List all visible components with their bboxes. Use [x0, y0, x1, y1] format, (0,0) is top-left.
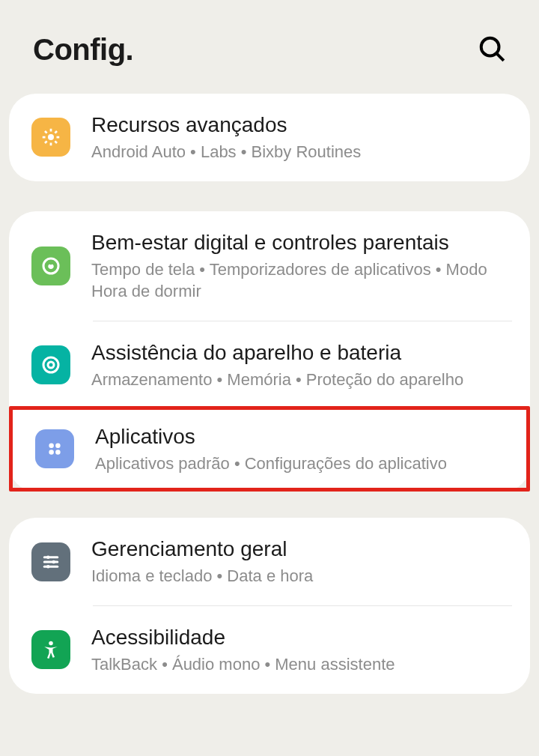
settings-item-general-management[interactable]: Gerenciamento geral Idioma e teclado • D…	[9, 518, 530, 605]
search-icon	[478, 52, 506, 65]
settings-item-device-care[interactable]: Assistência do aparelho e bateria Armaze…	[9, 321, 530, 409]
item-subtitle: TalkBack • Áudio mono • Menu assistente	[91, 653, 512, 676]
item-subtitle: Tempo de tela • Temporizadores de aplica…	[91, 258, 512, 303]
device-care-icon	[31, 345, 70, 384]
item-title: Acessibilidade	[91, 624, 512, 650]
item-body: Gerenciamento geral Idioma e teclado • D…	[91, 536, 512, 587]
item-body: Recursos avançados Android Auto • Labs •…	[91, 112, 512, 163]
item-title: Recursos avançados	[91, 112, 512, 138]
item-title: Aplicativos	[95, 423, 508, 450]
general-management-icon	[31, 542, 70, 581]
item-body: Acessibilidade TalkBack • Áudio mono • M…	[91, 624, 512, 676]
settings-group-2: Bem-estar digital e controles parentais …	[9, 211, 530, 492]
svg-point-7	[55, 443, 61, 448]
item-title: Assistência do aparelho e bateria	[91, 339, 512, 366]
settings-item-accessibility[interactable]: Acessibilidade TalkBack • Áudio mono • M…	[9, 606, 530, 694]
svg-point-8	[49, 450, 54, 455]
accessibility-icon	[31, 630, 70, 669]
item-subtitle: Aplicativos padrão • Configurações do ap…	[95, 453, 508, 475]
item-title: Gerenciamento geral	[91, 536, 512, 562]
item-title: Bem-estar digital e controles parentais	[91, 229, 512, 255]
apps-icon	[35, 429, 74, 468]
item-body: Assistência do aparelho e bateria Armaze…	[91, 339, 512, 391]
svg-point-13	[46, 555, 50, 559]
svg-point-2	[48, 134, 54, 140]
digital-wellbeing-icon	[31, 247, 70, 285]
item-subtitle: Armazenamento • Memória • Proteção do ap…	[91, 369, 512, 391]
svg-point-9	[55, 450, 61, 455]
search-button[interactable]	[478, 34, 506, 66]
item-subtitle: Android Auto • Labs • Bixby Routines	[91, 141, 512, 163]
settings-item-advanced-features[interactable]: Recursos avançados Android Auto • Labs •…	[9, 94, 530, 181]
svg-point-15	[46, 565, 50, 569]
svg-point-5	[48, 362, 54, 368]
settings-group-1: Recursos avançados Android Auto • Labs •…	[9, 94, 530, 181]
settings-item-digital-wellbeing[interactable]: Bem-estar digital e controles parentais …	[9, 211, 530, 321]
svg-point-16	[49, 641, 53, 646]
svg-point-6	[49, 443, 54, 448]
advanced-features-icon	[31, 118, 70, 157]
svg-line-1	[497, 53, 504, 60]
item-subtitle: Idioma e teclado • Data e hora	[91, 565, 512, 587]
tutorial-highlight: Aplicativos Aplicativos padrão • Configu…	[9, 406, 530, 492]
settings-group-3: Gerenciamento geral Idioma e teclado • D…	[9, 518, 530, 693]
item-body: Aplicativos Aplicativos padrão • Configu…	[95, 423, 508, 475]
svg-point-0	[481, 37, 499, 55]
header: Config.	[0, 0, 539, 94]
item-body: Bem-estar digital e controles parentais …	[91, 229, 512, 303]
svg-point-14	[52, 560, 56, 564]
svg-point-4	[43, 357, 58, 372]
page-title: Config.	[33, 33, 133, 67]
settings-item-apps[interactable]: Aplicativos Aplicativos padrão • Configu…	[13, 410, 526, 489]
